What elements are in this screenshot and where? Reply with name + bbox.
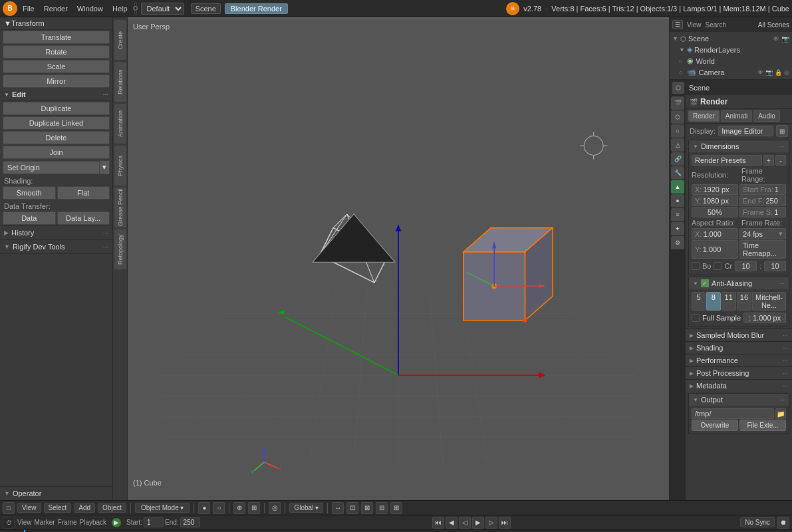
aa-num-16[interactable]: 16 xyxy=(737,292,751,311)
sync-selector[interactable]: No Sync xyxy=(740,517,775,527)
sidebar-item-physics[interactable]: Physics xyxy=(114,146,126,186)
prev-frame-icon[interactable]: ◀ xyxy=(446,517,458,529)
viewport-3d[interactable]: User Persp (1) Cube X Z Y xyxy=(128,17,669,500)
duplicate-linked-button[interactable]: Duplicate Linked xyxy=(3,116,110,130)
snap-icon[interactable]: ⊞ xyxy=(248,502,260,514)
tool1-icon[interactable]: ↔ xyxy=(332,502,344,514)
output-path-browse[interactable]: 📁 xyxy=(775,408,786,419)
engine-selector[interactable]: Blender Render xyxy=(225,3,288,14)
viewport-canvas[interactable]: User Persp (1) Cube X Z Y xyxy=(128,17,669,500)
aa-num-8[interactable]: 8 xyxy=(706,292,720,311)
camera-item[interactable]: ○ 📹 Camera 👁 📷 🔒 ◎ xyxy=(670,66,792,78)
render-presets-remove[interactable]: - xyxy=(775,155,786,166)
bo-check[interactable] xyxy=(692,262,700,270)
post-processing-section[interactable]: ▶ Post Processing ··· xyxy=(686,366,792,379)
prop-tab-texture[interactable]: ≡ xyxy=(671,208,684,221)
skip-end-icon[interactable]: ⏭ xyxy=(499,517,511,529)
edit-section-header[interactable]: ▼ Edit ··· xyxy=(0,88,112,101)
aa-enabled-check[interactable]: ✓ xyxy=(701,279,709,287)
aa-num-11[interactable]: 11 xyxy=(722,292,736,311)
prop-tab-modifiers[interactable]: 🔧 xyxy=(671,166,684,180)
prop-tab-data[interactable]: ▲ xyxy=(671,180,684,194)
metadata-section[interactable]: ▶ Metadata ··· xyxy=(686,379,792,392)
prop-tab-physics[interactable]: ⚙ xyxy=(671,236,684,249)
resolution-x-field[interactable]: X: 1920 px xyxy=(692,184,738,195)
tool3-icon[interactable]: ⊠ xyxy=(361,502,373,514)
transform-icon[interactable]: ⊕ xyxy=(233,502,245,514)
display-value[interactable]: Image Editor xyxy=(718,126,773,136)
sidebar-item-grease-pencil[interactable]: Grease Pencil xyxy=(114,188,126,227)
outliner-icon[interactable]: ☰ xyxy=(672,20,683,29)
set-origin-button[interactable]: Set Origin xyxy=(3,161,100,174)
sampled-motion-blur-section[interactable]: ▶ Sampled Motion Blur ··· xyxy=(686,329,792,341)
time-remap-val2[interactable]: 10 xyxy=(764,261,786,271)
aspect-x-field[interactable]: X: 1.000 xyxy=(692,228,738,239)
translate-button[interactable]: Translate xyxy=(3,31,110,44)
play-forward-icon[interactable]: ▶ xyxy=(472,517,484,529)
scene-selector[interactable]: Scene xyxy=(191,3,221,14)
transform-section-header[interactable]: ▼ Transform xyxy=(0,17,112,30)
set-origin-dropdown[interactable]: ▾ xyxy=(100,160,110,174)
play-reverse-icon[interactable]: ◁ xyxy=(459,517,471,529)
prop-tab-scene[interactable]: ⬡ xyxy=(671,110,684,124)
percent-field[interactable]: 50% xyxy=(692,207,738,217)
mode-selector[interactable]: Default xyxy=(141,3,184,15)
cr-check[interactable] xyxy=(714,262,722,270)
mode-icon[interactable]: ⬡ xyxy=(134,2,137,15)
prop-tab-object[interactable]: △ xyxy=(671,138,684,152)
tool2-icon[interactable]: ⊡ xyxy=(346,502,358,514)
prop-tab-render[interactable]: 🎬 xyxy=(671,96,684,110)
record-icon[interactable]: ⏺ xyxy=(777,517,789,529)
timeline-icon[interactable]: ⏱ xyxy=(3,517,15,529)
prop-tab-constraints[interactable]: 🔗 xyxy=(671,152,684,166)
pivot-selector[interactable]: Global ▾ xyxy=(289,503,323,513)
timeline-marker-btn[interactable]: Marker xyxy=(35,519,55,526)
render-tab-render[interactable]: Render xyxy=(688,110,720,122)
mirror-button[interactable]: Mirror xyxy=(3,74,110,88)
full-sample-check[interactable] xyxy=(692,314,700,322)
timeline-frame-btn[interactable]: Frame xyxy=(58,519,77,526)
shading-props-section[interactable]: ▶ Shading ··· xyxy=(686,341,792,354)
draw-mode-icon[interactable]: ● xyxy=(198,502,210,514)
aa-num-5[interactable]: 5 xyxy=(692,292,706,311)
flat-button[interactable]: Flat xyxy=(57,186,110,200)
scale-button[interactable]: Scale xyxy=(3,60,110,73)
help-menu[interactable]: Help xyxy=(108,3,132,14)
end-frame-field[interactable]: 250 xyxy=(180,517,200,527)
anti-aliasing-header[interactable]: ▼ ✓ Anti-Aliasing ··· xyxy=(689,277,789,289)
output-path-field[interactable]: /tmp/ xyxy=(692,408,774,419)
output-header[interactable]: ▼ Output ··· xyxy=(689,394,789,406)
history-section[interactable]: ▶ History ··· xyxy=(0,225,112,240)
smooth-button[interactable]: Smooth xyxy=(3,186,56,200)
render-tab-animati[interactable]: Animati xyxy=(721,110,752,122)
render-presets-field[interactable]: Render Presets xyxy=(692,155,762,166)
render-layers-item[interactable]: ▼ ◈ RenderLayers xyxy=(670,44,792,55)
props-scene-icon[interactable]: ⬡ xyxy=(672,82,684,94)
data-lay-button[interactable]: Data Lay... xyxy=(57,211,110,225)
frame-start-field[interactable]: Start Fra: 1 xyxy=(739,184,786,195)
full-sample-value[interactable]: : 1.000 px xyxy=(743,313,786,323)
tool4-icon[interactable]: ⊟ xyxy=(376,502,388,514)
sidebar-item-relations[interactable]: Relations xyxy=(114,62,126,102)
frame-end-field[interactable]: End F: 250 xyxy=(739,196,786,206)
overwrite-button[interactable]: Overwrite xyxy=(692,420,738,431)
frame-rate-field[interactable]: 24 fps ▾ xyxy=(739,228,786,239)
tool5-icon[interactable]: ⊞ xyxy=(390,502,402,514)
rigify-section[interactable]: ▼ Rigify Dev Tools ··· xyxy=(0,240,112,254)
resolution-y-field[interactable]: Y: 1080 px xyxy=(692,196,738,206)
next-frame-icon[interactable]: ▷ xyxy=(485,517,497,529)
render-presets-add[interactable]: + xyxy=(763,155,774,166)
prop-tab-world[interactable]: ○ xyxy=(671,124,684,138)
frame-s-field[interactable]: Frame S: 1 xyxy=(739,207,786,217)
display-icon-btn[interactable]: ⊞ xyxy=(776,125,788,137)
play-icon[interactable]: ▶ xyxy=(112,518,121,527)
timeline-view-btn[interactable]: View xyxy=(17,519,32,526)
scene-tree-root[interactable]: ▼ ⬡ Scene 👁 📷 xyxy=(670,33,792,44)
dimensions-header[interactable]: ▼ Dimensions ··· xyxy=(689,140,789,152)
file-menu[interactable]: File xyxy=(19,3,39,14)
viewport-icon[interactable]: □ xyxy=(3,502,15,514)
operator-section[interactable]: ▼ Operator xyxy=(0,486,112,500)
delete-button[interactable]: Delete xyxy=(3,131,110,144)
object-mode-selector[interactable]: Object Mode ▾ xyxy=(135,503,190,513)
prop-tab-material[interactable]: ● xyxy=(671,194,684,207)
